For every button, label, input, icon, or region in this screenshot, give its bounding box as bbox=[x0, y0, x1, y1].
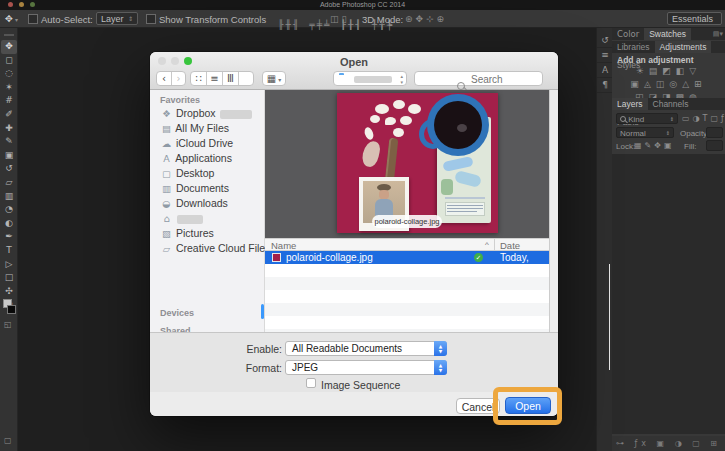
column-name[interactable]: Name bbox=[271, 240, 296, 251]
sidebar-item-documents[interactable]: ▥ Documents bbox=[160, 182, 275, 197]
image-sequence-checkbox[interactable] bbox=[306, 378, 316, 388]
tool-hand[interactable]: ✣ bbox=[1, 285, 17, 299]
enable-select[interactable]: All Readable Documents ▲▼ bbox=[285, 341, 447, 356]
open-options-form: Enable: All Readable Documents ▲▼ Format… bbox=[150, 332, 558, 392]
column-view-button[interactable]: Ⅲ bbox=[223, 72, 239, 85]
tab-channels[interactable]: Channels bbox=[648, 98, 694, 110]
adjustment-icon[interactable]: ▤ bbox=[649, 66, 663, 76]
adjustment-icon-row: ▣◬◫◎△⊞ bbox=[612, 78, 725, 91]
tool-shape[interactable]: □ bbox=[1, 271, 17, 285]
lock-icon[interactable]: ✎ bbox=[645, 141, 652, 150]
adjustment-icon[interactable]: ◧ bbox=[676, 66, 690, 76]
preview-pane: polaroid-collage.jpg bbox=[265, 90, 549, 238]
sidebar-item-label: Applications bbox=[173, 152, 232, 164]
tab-swatches[interactable]: Swatches bbox=[644, 28, 691, 40]
sidebar-item-desktop[interactable]: ▢ Desktop bbox=[160, 167, 275, 182]
lock-icon[interactable]: ▦ bbox=[634, 141, 642, 150]
filter-icon[interactable]: ▢ bbox=[710, 114, 718, 123]
quick-mask-icon[interactable]: ◱ bbox=[4, 320, 12, 329]
dock-properties-icon[interactable]: ≡ bbox=[597, 48, 613, 63]
back-button[interactable]: ‹ bbox=[157, 72, 172, 85]
dialog-scrollbar[interactable] bbox=[549, 90, 558, 370]
tool-type[interactable]: T bbox=[1, 244, 17, 258]
dock-paragraph-icon[interactable]: ¶ bbox=[597, 78, 613, 93]
tab-adjustments[interactable]: Adjustments bbox=[655, 41, 712, 53]
column-divider[interactable] bbox=[494, 239, 495, 250]
tool-blur[interactable]: ◔ bbox=[1, 203, 17, 217]
tool-clone-stamp[interactable]: ▣ bbox=[1, 149, 17, 163]
layer-select[interactable]: Layer ⇕ bbox=[96, 12, 138, 25]
sidebar-item-all-my-files[interactable]: ▤ All My Files bbox=[160, 122, 275, 137]
sidebar-item-applications[interactable]: A Applications bbox=[160, 152, 275, 167]
tab-libraries[interactable]: Libraries bbox=[612, 41, 655, 53]
location-select[interactable]: ▴▾ bbox=[333, 71, 407, 86]
sidebar-item-label: Desktop bbox=[173, 167, 214, 179]
tab-color[interactable]: Color bbox=[612, 28, 644, 40]
sidebar-scroll-indicator[interactable] bbox=[261, 304, 264, 319]
file-row-selected[interactable]: polaroid-collage.jpg ✓ Today, 9:29 AM bbox=[265, 251, 549, 264]
3d-mode-icons[interactable]: ⊛✥⊹⊕ bbox=[405, 14, 447, 24]
tool-history-brush[interactable]: ↺ bbox=[1, 162, 17, 176]
adjustment-icon[interactable]: ☀ bbox=[636, 66, 649, 76]
list-view-button[interactable]: ≡ bbox=[207, 72, 223, 85]
tool-eyedropper[interactable]: ✐ bbox=[1, 108, 17, 122]
adjustment-icon[interactable]: ▽ bbox=[689, 66, 701, 76]
tool-move[interactable]: ✥ bbox=[1, 40, 17, 54]
format-select[interactable]: JPEG ▲▼ bbox=[285, 360, 447, 375]
tool-healing-brush[interactable]: ✚ bbox=[1, 122, 17, 136]
adjustment-icon[interactable]: △ bbox=[682, 79, 694, 89]
icon-view-button[interactable]: ∷ bbox=[191, 72, 207, 85]
sidebar-item-creative-cloud-files[interactable]: ▱ Creative Cloud Files bbox=[160, 242, 275, 257]
tool-path-selection[interactable]: ▷ bbox=[1, 258, 17, 272]
show-transform-checkbox[interactable] bbox=[146, 14, 156, 24]
tab-layers[interactable]: Layers bbox=[612, 98, 648, 110]
layer-filter-select[interactable]: Kind⇕ bbox=[616, 113, 678, 124]
adjustment-icon[interactable]: ◫ bbox=[656, 79, 670, 89]
workspace-select[interactable]: Essentials ⇕ bbox=[667, 12, 722, 25]
tool-dodge[interactable]: ◐ bbox=[1, 217, 17, 231]
adjustment-icon[interactable]: ◬ bbox=[644, 79, 656, 89]
workspace-toggle-icons[interactable]: ◫▯ bbox=[330, 14, 349, 24]
filter-icon[interactable]: ƒ bbox=[721, 114, 724, 123]
forward-button[interactable]: › bbox=[172, 72, 185, 85]
adjustment-icon[interactable]: ◩ bbox=[662, 66, 676, 76]
lock-icon[interactable]: ▣ bbox=[664, 141, 672, 150]
filter-icon[interactable]: T bbox=[703, 114, 708, 123]
blend-mode-select[interactable]: Normal⇕ bbox=[616, 127, 674, 138]
tool-eraser[interactable]: ▱ bbox=[1, 176, 17, 190]
filter-icon[interactable]: ▭ bbox=[682, 114, 690, 123]
dock-character-icon[interactable]: A bbox=[597, 63, 613, 78]
preview-image[interactable]: polaroid-collage.jpg bbox=[337, 93, 498, 233]
move-tool-icon[interactable]: ✥ ▾ bbox=[5, 13, 18, 24]
panel-menu-icon[interactable]: ▤▾ bbox=[713, 30, 723, 38]
sidebar-item-pictures[interactable]: ▧ Pictures bbox=[160, 227, 275, 242]
sidebar-item-home[interactable]: ⌂ bbox=[160, 212, 275, 227]
align-icon-group[interactable]: ╟╫╢ bbox=[278, 20, 300, 30]
adjustment-icon[interactable]: ⊞ bbox=[694, 79, 707, 89]
sidebar-item-icloud-drive[interactable]: ☁ iCloud Drive bbox=[160, 137, 275, 152]
tool-quick-selection[interactable]: ✶ bbox=[1, 81, 17, 95]
search-input[interactable] bbox=[469, 73, 543, 86]
filter-icon[interactable]: ◑ bbox=[693, 114, 700, 123]
tool-crop[interactable]: # bbox=[1, 94, 17, 108]
background-color-swatch[interactable] bbox=[7, 305, 16, 314]
adjustment-icon[interactable]: ▣ bbox=[630, 79, 644, 89]
fill-field[interactable] bbox=[706, 140, 723, 151]
tool-gradient[interactable]: ▥ bbox=[1, 190, 17, 204]
tool-marquee[interactable]: ◻ bbox=[1, 54, 17, 68]
panel-grip[interactable] bbox=[4, 34, 14, 36]
action-menu-button[interactable]: ▦ ▾ bbox=[262, 71, 286, 86]
align-icon-group[interactable]: ╤╪╧ bbox=[309, 20, 331, 30]
sidebar-item-dropbox[interactable]: ❖ Dropbox bbox=[160, 107, 275, 122]
opacity-field[interactable] bbox=[706, 127, 723, 138]
screen-mode-icon[interactable]: ▢ bbox=[4, 436, 12, 445]
tool-lasso[interactable]: ◌ bbox=[1, 67, 17, 81]
tool-brush[interactable]: ✎ bbox=[1, 135, 17, 149]
auto-select-checkbox[interactable] bbox=[28, 14, 38, 24]
dialog-header[interactable]: Open ‹› ∷≡Ⅲ◫ ▦ ▾ ▴▾ bbox=[150, 52, 558, 90]
dock-history-icon[interactable]: ↺ bbox=[597, 33, 613, 48]
tool-pen[interactable]: ✒ bbox=[1, 230, 17, 244]
adjustment-icon[interactable]: ◎ bbox=[669, 79, 682, 89]
sidebar-item-downloads[interactable]: ◒ Downloads bbox=[160, 197, 275, 212]
lock-icon[interactable]: ✥ bbox=[654, 141, 661, 150]
